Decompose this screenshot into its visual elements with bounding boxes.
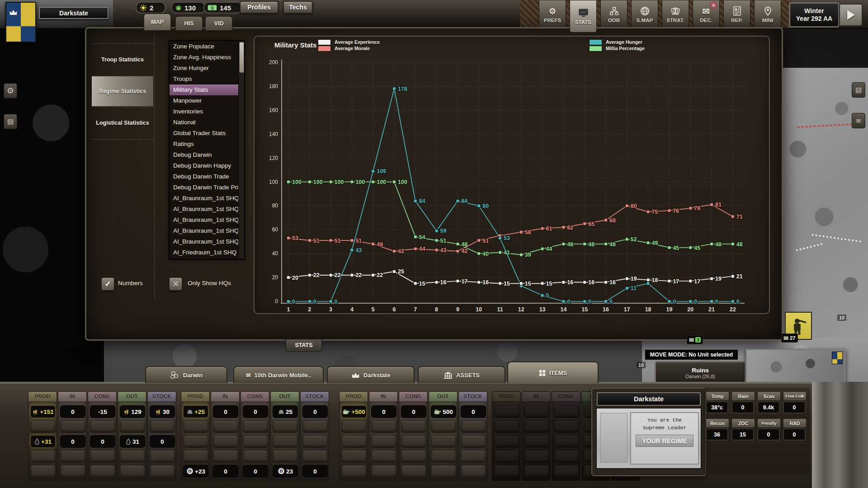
- checkbox-only-show-hqs[interactable]: ✕: [169, 277, 183, 291]
- env-label-scav: Scav: [757, 391, 781, 401]
- list-item-global-trader-stats[interactable]: Global Trader Stats: [170, 128, 244, 139]
- list-item-debug-darwin-trade[interactable]: Debug Darwin Trade: [170, 171, 244, 182]
- soldier-icon: [789, 316, 808, 336]
- resource-cell: +25: [183, 405, 208, 418]
- list-item-inventories[interactable]: Inventories: [170, 106, 244, 117]
- empty-slot: [371, 435, 396, 448]
- checkbox-label: Only Show HQs: [188, 280, 231, 287]
- svg-text:140: 140: [269, 131, 278, 137]
- list-item-zone-avg-happiness[interactable]: Zone Avg. Happiness: [170, 52, 244, 63]
- resource-cell: ⚙+23: [183, 465, 208, 478]
- svg-text:80: 80: [272, 202, 278, 209]
- cell-value: 0: [71, 438, 75, 445]
- svg-text:22: 22: [730, 306, 736, 313]
- column-header: PROD: [340, 392, 368, 402]
- env-label-free-folk: Free Folk: [783, 391, 807, 401]
- edge-stack-button[interactable]: ▤: [852, 82, 865, 98]
- list-scrollbar[interactable]: [238, 41, 244, 259]
- column-header: IN: [211, 392, 239, 402]
- minimap-view[interactable]: [745, 349, 846, 385]
- dock-tab-darwin[interactable]: Darwin: [145, 366, 227, 383]
- profiles-button[interactable]: Profiles: [240, 1, 278, 14]
- list-item-ratings[interactable]: Ratings: [170, 139, 244, 150]
- edge-layers-button[interactable]: ▤: [4, 114, 17, 129]
- svg-text:15: 15: [581, 306, 588, 313]
- nav-oob-button[interactable]: OOB: [600, 0, 627, 29]
- svg-text:60: 60: [272, 226, 278, 233]
- dock-tab-assets[interactable]: ASSETS: [418, 366, 505, 383]
- empty-slot: [461, 465, 486, 478]
- svg-text:8: 8: [435, 306, 438, 313]
- section-regime-statistics[interactable]: Regime Statistics: [92, 76, 153, 106]
- nav-button-label: MINI: [762, 18, 773, 23]
- svg-text:0: 0: [292, 299, 295, 305]
- mail-icon: ✉: [856, 118, 861, 124]
- edge-gear-button[interactable]: ⚙: [4, 83, 17, 99]
- nav-dec-button[interactable]: ✉DEC.6: [693, 0, 720, 29]
- svg-text:0: 0: [609, 299, 613, 305]
- svg-text:16: 16: [588, 279, 594, 286]
- tab-vid[interactable]: VID: [205, 16, 233, 30]
- list-item-ai-braunraum-1st-shq[interactable]: AI_Braunraum_1st SHQ: [170, 225, 244, 236]
- nav-rep-button[interactable]: REP.: [723, 0, 750, 29]
- svg-text:80: 80: [631, 203, 637, 209]
- dock-tab-darkstate[interactable]: Darkstate: [327, 366, 415, 383]
- mail-icon: ✉: [689, 337, 694, 343]
- dock-tab-10th-darwin-mobile-[interactable]: ✉10th Darwin Mobile..: [233, 366, 324, 383]
- list-item-zone-hunger[interactable]: Zone Hunger: [170, 63, 244, 74]
- tab-his[interactable]: HIS: [175, 16, 203, 30]
- list-item-national[interactable]: National: [170, 117, 244, 128]
- resource-cell: 0: [302, 465, 328, 478]
- nav-prefs-button[interactable]: ⚙PREFS: [539, 0, 566, 29]
- resource-column-prod: PROD: [492, 391, 521, 481]
- resource-cell: 0: [302, 405, 328, 418]
- edge-mail-button[interactable]: ✉: [852, 113, 865, 128]
- list-item-ai-braunraum-1st-shq[interactable]: AI_Braunraum_1st SHQ: [170, 193, 244, 204]
- unit-mail-count: 27: [790, 335, 796, 341]
- list-item-ai-braunraum-1st-shq[interactable]: AI_Braunraum_1st SHQ: [170, 215, 244, 225]
- svg-text:9: 9: [456, 306, 459, 313]
- checkbox-numbers[interactable]: ✓: [101, 277, 115, 291]
- regime-line2: Supreme Leader: [631, 424, 698, 431]
- list-item-debug-darwin[interactable]: Debug Darwin: [170, 150, 244, 160]
- stats-window-handle-tab[interactable]: STATS: [285, 339, 322, 352]
- list-item-ai-braunraum-1st-shq[interactable]: AI_Braunraum_1st SHQ: [170, 204, 244, 215]
- column-header: PROD: [28, 392, 57, 402]
- list-item-military-stats[interactable]: Military Stats: [170, 84, 244, 95]
- list-item-manpower[interactable]: Manpower: [170, 95, 244, 106]
- resource-column-out: OUT500: [429, 391, 458, 481]
- nav-mini-button[interactable]: MINI: [754, 0, 781, 29]
- svg-text:59: 59: [440, 228, 447, 234]
- list-item-ai-braunraum-1st-shq[interactable]: AI_Braunraum_1st SHQ: [170, 236, 244, 247]
- section-troop-statistics[interactable]: Troop Statistics: [92, 44, 153, 75]
- empty-slot: [150, 450, 175, 463]
- empty-slot: [461, 420, 486, 433]
- cash-icon: $: [208, 5, 217, 11]
- column-header: CONS: [399, 392, 427, 402]
- nav-stats-button[interactable]: STATS: [570, 0, 597, 33]
- globe-icon: [640, 6, 650, 16]
- dock-tab-items[interactable]: ITEMS: [507, 361, 599, 383]
- tab-map[interactable]: MAP: [143, 13, 171, 30]
- empty-slot: [273, 420, 298, 433]
- list-item-ai-friedraum-1st-shq[interactable]: AI_Friedraum_1st SHQ: [170, 247, 244, 258]
- empty-slot: [90, 465, 115, 478]
- svg-text:48: 48: [588, 241, 594, 248]
- empty-slot: [243, 435, 268, 448]
- svg-text:0: 0: [313, 299, 316, 305]
- empty-slot: [494, 465, 519, 478]
- scrollbar-thumb[interactable]: [239, 42, 244, 73]
- section-logistical-statistics[interactable]: Logistical Statistics: [92, 107, 153, 139]
- your-regime-button[interactable]: YOUR REGIME: [636, 435, 693, 447]
- resource-cell: 0: [150, 435, 175, 448]
- list-item-troops[interactable]: Troops: [170, 74, 244, 84]
- nav-strat-button[interactable]: STRAT.: [662, 0, 689, 29]
- resource-cell: 0: [401, 405, 426, 418]
- list-item-debug-darwin-trade-pri[interactable]: Debug Darwin Trade Pri: [170, 182, 244, 193]
- list-item-debug-darwin-happy[interactable]: Debug Darwin Happy: [170, 160, 244, 171]
- end-turn-button[interactable]: [839, 4, 863, 26]
- cell-value: 25: [286, 408, 292, 415]
- techs-button[interactable]: Techs: [283, 1, 313, 14]
- nav-smap-button[interactable]: S.MAP: [631, 0, 658, 29]
- list-item-zone-populace[interactable]: Zone Populace: [170, 41, 244, 52]
